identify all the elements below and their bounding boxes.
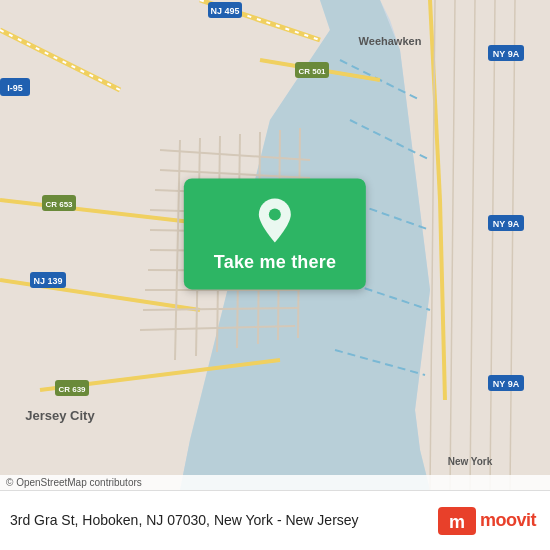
svg-text:CR 501: CR 501 — [298, 67, 326, 76]
svg-text:New York: New York — [448, 456, 493, 467]
moovit-logo: m moovit — [438, 507, 536, 535]
map-attribution: © OpenStreetMap contributors — [0, 475, 550, 490]
location-pin-icon — [255, 196, 295, 244]
svg-text:NJ 139: NJ 139 — [33, 276, 62, 286]
svg-text:CR 639: CR 639 — [58, 385, 86, 394]
svg-text:I-95: I-95 — [7, 83, 23, 93]
address-text: 3rd Gra St, Hoboken, NJ 07030, New York … — [10, 511, 438, 531]
moovit-m-icon: m — [438, 507, 476, 535]
footer-bar: 3rd Gra St, Hoboken, NJ 07030, New York … — [0, 490, 550, 550]
map-container: I-95 NJ 495 CR 501 CR 653 NJ 139 CR 639 … — [0, 0, 550, 490]
svg-text:CR 653: CR 653 — [45, 200, 73, 209]
moovit-brand-text: moovit — [480, 510, 536, 531]
svg-text:NJ 495: NJ 495 — [210, 6, 239, 16]
svg-text:Weehawken: Weehawken — [359, 35, 422, 47]
svg-text:NY 9A: NY 9A — [493, 49, 520, 59]
svg-text:m: m — [449, 512, 465, 532]
take-me-there-button-label: Take me there — [214, 252, 336, 273]
svg-text:NY 9A: NY 9A — [493, 379, 520, 389]
svg-point-62 — [269, 208, 281, 220]
svg-text:Jersey City: Jersey City — [25, 408, 95, 423]
svg-text:NY 9A: NY 9A — [493, 219, 520, 229]
cta-overlay[interactable]: Take me there — [184, 178, 366, 289]
